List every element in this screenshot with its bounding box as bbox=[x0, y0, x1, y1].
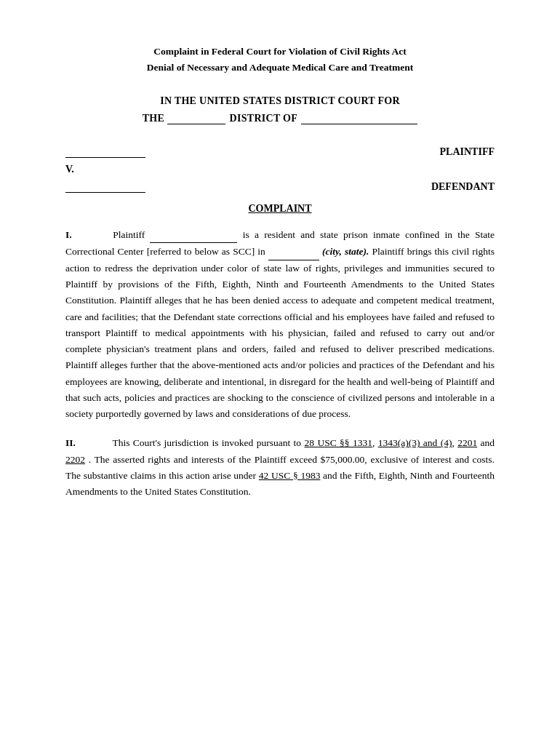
section-I-text2: Plaintiff brings this civil rights actio… bbox=[65, 246, 495, 419]
section-I-intro: Plaintiff bbox=[113, 229, 145, 240]
complaint-heading: COMPLAINT bbox=[65, 203, 495, 215]
document-title: Complaint in Federal Court for Violation… bbox=[65, 44, 495, 75]
section-II-intro: This Court's jurisdiction is invoked pur… bbox=[112, 437, 301, 448]
cite-5: 42 USC § 1983 bbox=[259, 470, 321, 481]
court-header-text: IN THE UNITED STATES DISTRICT COURT FOR bbox=[160, 95, 400, 106]
court-district-line: THE DISTRICT OF bbox=[65, 113, 495, 124]
title-line1: Complaint in Federal Court for Violation… bbox=[65, 44, 495, 60]
section-II-and: and bbox=[481, 437, 495, 448]
cite-1-comma: , bbox=[372, 437, 375, 448]
plaintiff-row: PLAINTIFF bbox=[65, 146, 495, 158]
cite-3: 2201 bbox=[457, 437, 477, 448]
plaintiff-label: PLAINTIFF bbox=[440, 146, 495, 158]
section-I: I. Plaintiff is a resident and state pri… bbox=[65, 226, 495, 422]
section-II-body: II. This Court's jurisdiction is invoked… bbox=[65, 435, 495, 500]
district-blank-1[interactable] bbox=[167, 124, 225, 124]
cite-1: 28 USC §§ 1331 bbox=[305, 437, 372, 448]
cite-4: 2202 bbox=[65, 454, 85, 465]
title-line2: Denial of Necessary and Adequate Medical… bbox=[65, 60, 495, 76]
plaintiff-name-field[interactable] bbox=[150, 226, 237, 243]
document-page: Complaint in Federal Court for Violation… bbox=[0, 0, 560, 745]
city-state-blank[interactable] bbox=[268, 243, 319, 260]
vs-row: V. bbox=[65, 164, 495, 175]
defendant-label: DEFENDANT bbox=[431, 181, 495, 193]
cite-2-comma: , bbox=[452, 437, 454, 448]
vs-label: V. bbox=[65, 164, 74, 175]
city-state-label: (city, state). bbox=[322, 246, 369, 257]
section-I-label: I. bbox=[65, 229, 72, 240]
cite-2: 1343(a)(3) and (4) bbox=[378, 437, 452, 448]
the-label: THE bbox=[143, 113, 164, 124]
section-I-body: I. Plaintiff is a resident and state pri… bbox=[65, 226, 495, 422]
plaintiff-name-blank[interactable] bbox=[65, 157, 145, 158]
defendant-name-blank[interactable] bbox=[65, 192, 145, 193]
district-of-label: DISTRICT OF bbox=[230, 113, 297, 124]
district-blank-2[interactable] bbox=[301, 124, 417, 124]
section-II: II. This Court's jurisdiction is invoked… bbox=[65, 435, 495, 500]
section-II-label: II. bbox=[65, 437, 76, 448]
defendant-row: DEFENDANT bbox=[65, 181, 495, 193]
court-header: IN THE UNITED STATES DISTRICT COURT FOR bbox=[65, 95, 495, 107]
